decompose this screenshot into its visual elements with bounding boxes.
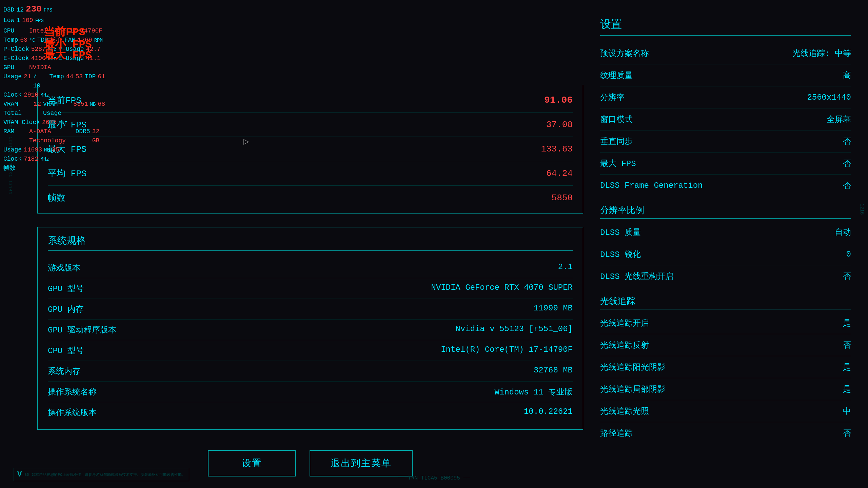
fps-avg-row: 平均 FPS 64.24 — [48, 161, 573, 186]
hud-low-label: Low — [3, 16, 14, 25]
hud-clock2-label: Clock — [3, 90, 22, 100]
hud-temp2-val: 44 — [66, 72, 74, 81]
hud-fps-low-unit: FPS — [35, 17, 44, 24]
fps-current-value: 91.06 — [544, 95, 573, 105]
hud-ram-size: 32 GB — [92, 127, 105, 145]
settings-rt-row: 光线追踪局部阴影是 — [600, 378, 851, 400]
spec-row: GPU 型号NVIDIA GeForce RTX 4070 SUPER — [48, 278, 573, 299]
hud-temp-unit: °C — [29, 37, 35, 44]
settings-raytracing-section: 光线追踪 — [600, 295, 851, 309]
frames-label: 帧数 — [48, 192, 65, 204]
hud-frames-label: 帧数 — [3, 164, 16, 173]
spec-rows: 游戏版本2.1GPU 型号NVIDIA GeForce RTX 4070 SUP… — [48, 258, 573, 423]
spec-row-value: 2.1 — [558, 262, 573, 273]
hud-tdp2-val: 61 — [98, 72, 105, 81]
spec-row: 游戏版本2.1 — [48, 258, 573, 278]
spec-row: 操作系统名称Windows 11 专业版 — [48, 382, 573, 402]
fps-min-value: 37.08 — [546, 120, 573, 130]
fps-min-row: 最小 FPS 37.08 — [48, 113, 573, 137]
settings-row-label: 分辨率 — [600, 92, 625, 103]
settings-row: DLSS Frame Generation否 — [600, 175, 851, 196]
spec-row-label: GPU 内存 — [48, 304, 84, 314]
settings-button[interactable]: 设置 — [208, 450, 296, 476]
settings-row-value: 868x488 — [807, 93, 851, 102]
settings-row-label: DLSS Frame Generation — [600, 181, 703, 190]
settings-row: 纹理质量高 — [600, 64, 851, 86]
version-v: V — [17, 470, 22, 479]
hud-vram-pct: 68 — [98, 100, 105, 109]
fps-max-row: 最大 FPS 133.63 — [48, 137, 573, 161]
fps-stats-container: 当前FPS 91.06 最小 FPS 37.08 最大 FPS 133.63 平… — [37, 85, 583, 214]
settings-rt-row-value: 中 — [843, 406, 851, 416]
settings-title: 设置 — [600, 17, 851, 36]
spec-row-value: 32768 MB — [534, 366, 573, 377]
settings-rt-row: 光线追踪反射否 — [600, 334, 851, 356]
settings-row-label: 垂直同步 — [600, 136, 633, 147]
settings-rt-row-value: 是 — [843, 362, 851, 372]
settings-rt-row: 光线追踪阳光阴影是 — [600, 356, 851, 378]
fps-avg-value: 64.24 — [546, 168, 573, 179]
settings-row-value: 全屏幕 — [827, 114, 851, 125]
settings-row: 最大 FPS否 — [600, 152, 851, 175]
settings-rt-row: 光线追踪开启是 — [600, 312, 851, 334]
spec-row-value: 10.0.22621 — [524, 407, 573, 418]
hud-gpu-label: GPU — [3, 63, 27, 72]
spec-row-label: 游戏版本 — [48, 262, 80, 273]
settings-rt-row-value: 是 — [843, 318, 851, 328]
version-desc: 如本产品在您的PC上表现不佳，请参考游戏帮助或联系技术支持。安装新驱动可能改善性… — [32, 472, 185, 477]
hud-eclock-value: 4190 — [31, 54, 46, 63]
spec-row-value: NVIDIA GeForce RTX 4070 SUPER — [431, 283, 573, 294]
spec-row: 操作系统版本10.0.22621 — [48, 402, 573, 423]
left-panel: 当前FPS 91.06 最小 FPS 37.08 最大 FPS 133.63 平… — [37, 10, 583, 447]
settings-row: 预设方案名称光线追踪: 中等 — [600, 42, 851, 64]
hud-vram-usage-label: VRAM Usage — [43, 100, 71, 118]
settings-row-label: 纹理质量 — [600, 70, 633, 81]
settings-ratio-row-value: 否 — [843, 271, 851, 282]
settings-raytracing-rows: 光线追踪开启是光线追踪反射否光线追踪阳光阴影是光线追踪局部阴影是光线追踪光照中路… — [600, 312, 851, 444]
cursor-arrow: ▷ — [243, 136, 249, 147]
right-decoration: 1216 — [859, 203, 865, 215]
spec-title: 系统规格 — [48, 234, 573, 251]
settings-row-value: 否 — [843, 136, 851, 147]
spec-row-label: GPU 型号 — [48, 283, 84, 294]
hud-vram-clock-label: VRAM Clock — [3, 118, 40, 127]
hud-eclock-label: E-Clock — [3, 54, 29, 63]
settings-rt-row-label: 路径追踪 — [600, 428, 633, 439]
settings-rt-row-label: 光线追踪局部阴影 — [600, 384, 665, 394]
spec-row-label: 操作系统版本 — [48, 407, 97, 418]
spec-section: 系统规格 游戏版本2.1GPU 型号NVIDIA GeForce RTX 407… — [37, 227, 583, 430]
hud-temp-value: 63 — [20, 36, 27, 45]
hud-pct35: 35 — [52, 145, 59, 155]
frames-value: 5850 — [552, 193, 573, 203]
settings-rt-row-value: 是 — [843, 384, 851, 394]
hud-usage2-value: 11693 — [24, 145, 42, 155]
spec-row: GPU 内存11999 MB — [48, 299, 573, 320]
hud-fan-unit: RPM — [94, 37, 103, 44]
settings-rt-row: 光线追踪光照中 — [600, 400, 851, 422]
hud-clock3-value: 7182 — [24, 155, 38, 164]
spec-row-label: 系统内存 — [48, 366, 80, 377]
settings-row-value: 光线追踪: 中等 — [792, 48, 851, 59]
settings-ratio-section: 分辨率比例 — [600, 204, 851, 219]
settings-ratio-row-label: DLSS 锐化 — [600, 249, 641, 260]
settings-rt-row-label: 光线追踪开启 — [600, 318, 649, 328]
spec-row: 系统内存32768 MB — [48, 361, 573, 382]
spec-row-value: Windows 11 专业版 — [495, 386, 573, 397]
hud-cpu-label: CPU — [3, 26, 27, 36]
exit-button[interactable]: 退出到主菜单 — [310, 450, 413, 476]
hud-usage2-label: Usage — [3, 145, 22, 155]
hud-fps-current: 230 — [26, 3, 42, 16]
settings-ratio-row-label: DLSS 质量 — [600, 227, 641, 238]
spec-row-value: 11999 MB — [534, 304, 573, 314]
hud-fps-unit: FPS — [44, 7, 52, 14]
settings-row: 分辨率2560x1440 — [600, 86, 851, 108]
hud-slash10: / 10 — [33, 72, 47, 90]
spec-row-label: GPU 驱动程序版本 — [48, 324, 116, 335]
settings-ratio-row-label: DLSS 光线重构开启 — [600, 271, 673, 282]
settings-panel: 设置 预设方案名称光线追踪: 中等纹理质量高分辨率2560x1440窗口模式全屏… — [600, 10, 851, 447]
hud-usage2-unit: MB — [44, 147, 50, 154]
hud-pclock-label: P-Clock — [3, 45, 29, 54]
hud-pclock-value: 5287 — [31, 45, 46, 54]
fps-big-max-label: 最大 FPS — [44, 47, 92, 62]
fps-current-row: 当前FPS 91.06 — [48, 88, 573, 113]
